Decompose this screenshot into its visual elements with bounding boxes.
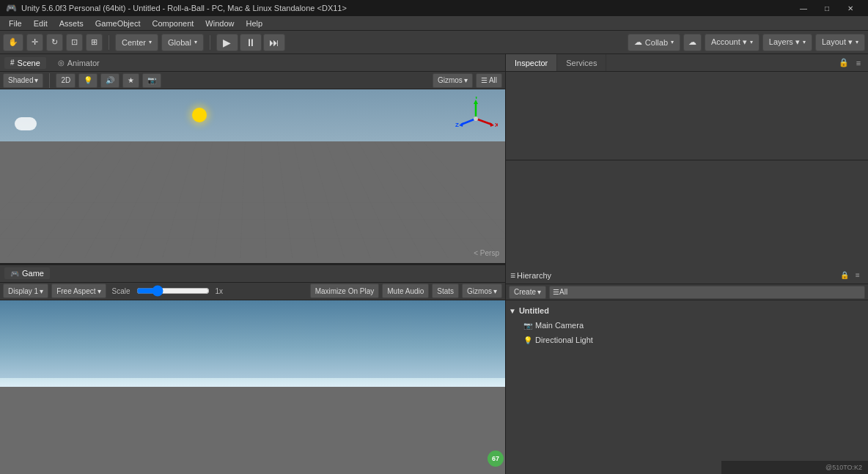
scene-cloud — [15, 117, 37, 130]
svg-text:Y: Y — [474, 97, 479, 100]
scene-sep-1 — [49, 73, 50, 88]
hand-icon: ✋ — [8, 37, 18, 47]
collab-label: Collab — [645, 38, 668, 47]
scene-tab-label: Scene — [18, 59, 40, 67]
svg-line-2 — [476, 119, 492, 125]
pause-button[interactable]: ⏸ — [240, 34, 262, 51]
move-tool[interactable]: ✛ — [26, 34, 43, 51]
menu-gameobject[interactable]: GameObject — [89, 18, 147, 29]
all-tag-label: All — [489, 76, 497, 84]
window-controls: — □ ✕ — [792, 0, 862, 16]
lock-icon[interactable]: 🔒 — [837, 56, 850, 70]
scene-persp-label: < Persp — [474, 249, 499, 257]
aspect-dropdown[interactable]: Free Aspect ▾ — [51, 284, 106, 298]
audio-button[interactable]: 🔊 — [100, 73, 119, 88]
mute-audio-label: Mute Audio — [387, 287, 424, 295]
camera-button[interactable]: 📷 — [142, 73, 161, 88]
scene-view[interactable]: Y X Z < Persp — [0, 89, 505, 263]
game-tab[interactable]: 🎮 Game — [4, 267, 50, 279]
scale-label: Scale — [112, 287, 130, 295]
services-tab[interactable]: Services — [557, 54, 606, 71]
rotate-tool[interactable]: ↻ — [46, 34, 63, 51]
game-gizmos-button[interactable]: Gizmos ▾ — [462, 284, 502, 298]
hierarchy-search-input[interactable] — [549, 286, 865, 299]
lighting-button[interactable]: 💡 — [78, 73, 98, 88]
maximize-button[interactable]: □ — [815, 0, 839, 16]
shading-dropdown[interactable]: Shaded ▾ — [3, 73, 43, 88]
all-tag-button[interactable]: ☰ All — [476, 73, 502, 88]
scale-slider[interactable] — [136, 285, 210, 297]
hierarchy-lock-icon[interactable]: 🔒 — [839, 270, 850, 281]
collab-button[interactable]: ☁ Collab ▾ — [628, 34, 680, 51]
play-button[interactable]: ▶ — [216, 34, 238, 51]
pivot-label: Center — [122, 38, 146, 47]
layers-button[interactable]: Layers ▾ ▾ — [762, 34, 812, 51]
game-tab-icon: 🎮 — [10, 270, 19, 278]
minimize-button[interactable]: — — [792, 0, 815, 16]
menu-window[interactable]: Window — [199, 18, 240, 29]
maximize-on-play-label: Maximize On Play — [315, 287, 375, 295]
mute-audio-button[interactable]: Mute Audio — [382, 284, 429, 298]
game-ground — [0, 387, 505, 474]
inspector-icons: 🔒 ≡ — [837, 56, 868, 70]
menu-help[interactable]: Help — [240, 18, 268, 29]
layers-label: Layers ▾ — [769, 37, 800, 47]
hierarchy-create-button[interactable]: Create ▾ — [509, 286, 546, 299]
space-label: Global — [168, 38, 191, 47]
menu-bar: File Edit Assets GameObject Component Wi… — [0, 16, 868, 31]
rotate-icon: ↻ — [51, 37, 58, 47]
game-gizmos-arrow-icon: ▾ — [493, 287, 497, 295]
inspector-tab-label: Inspector — [515, 59, 548, 67]
layout-arrow-icon: ▾ — [856, 39, 858, 45]
menu-component[interactable]: Component — [146, 18, 199, 29]
gizmos-label: Gizmos — [438, 76, 463, 84]
status-bar: @510TO:K2 — [721, 461, 868, 474]
rect-tool[interactable]: ⊞ — [86, 34, 103, 51]
svg-point-6 — [474, 116, 478, 121]
gizmos-button[interactable]: Gizmos ▾ — [433, 73, 473, 88]
display-dropdown[interactable]: Display 1 ▾ — [3, 284, 48, 298]
animator-tab[interactable]: ◎ Animator — [52, 57, 106, 69]
main-layout: # Scene ◎ Animator Shaded ▾ 2D 💡 — [0, 54, 868, 474]
hierarchy-directional-light[interactable]: 💡 Directional Light — [506, 333, 868, 347]
game-tab-label: Game — [22, 269, 44, 278]
svg-text:X: X — [495, 122, 498, 128]
stats-button[interactable]: Stats — [432, 284, 459, 298]
inspector-body — [506, 72, 868, 160]
scale-tool[interactable]: ⊡ — [66, 34, 83, 51]
account-arrow-icon: ▾ — [750, 39, 753, 45]
hand-tool[interactable]: ✋ — [3, 34, 23, 51]
cloud-icon: ☁ — [634, 37, 642, 47]
directional-light-label: Directional Light — [535, 336, 593, 344]
hierarchy-toolbar: Create ▾ — [506, 284, 868, 300]
separator-1 — [108, 35, 109, 50]
inspector-tab[interactable]: Inspector — [506, 54, 557, 71]
scene-tab[interactable]: # Scene — [4, 57, 46, 69]
pivot-button[interactable]: Center ▾ — [115, 34, 158, 51]
maximize-on-play-button[interactable]: Maximize On Play — [310, 284, 380, 298]
animator-tab-icon: ◎ — [58, 59, 65, 67]
menu-file[interactable]: File — [3, 18, 28, 29]
menu-edit[interactable]: Edit — [28, 18, 54, 29]
toolbar-right: ☁ Collab ▾ ☁ Account ▾ ▾ Layers ▾ ▾ Layo… — [628, 34, 865, 51]
game-view[interactable]: 67 — [0, 300, 505, 475]
step-button[interactable]: ⏭ — [263, 34, 285, 51]
hierarchy-menu-icon[interactable]: ≡ — [852, 270, 864, 281]
account-button[interactable]: Account ▾ ▾ — [705, 34, 760, 51]
hierarchy-header: ≡ Hierarchy 🔒 ≡ — [506, 267, 868, 284]
gizmos-arrow-icon: ▾ — [464, 76, 468, 84]
effects-button[interactable]: ★ — [122, 73, 139, 88]
2d-button[interactable]: 2D — [56, 73, 76, 88]
hierarchy-main-camera[interactable]: 📷 Main Camera — [506, 318, 868, 333]
space-button[interactable]: Global ▾ — [161, 34, 204, 51]
camera-icon: 📷 — [147, 76, 156, 84]
scene-tab-icon: # — [10, 59, 15, 67]
hierarchy-scene-root[interactable]: ▼ Untitled — [506, 303, 868, 318]
layout-button[interactable]: Layout ▾ ▾ — [815, 34, 865, 51]
toolbar: ✋ ✛ ↻ ⊡ ⊞ Center ▾ Global ▾ ▶ ⏸ ⏭ ☁ Coll… — [0, 31, 868, 54]
cloud-service-button[interactable]: ☁ — [683, 34, 702, 51]
inspector-menu-icon[interactable]: ≡ — [852, 56, 865, 70]
close-button[interactable]: ✕ — [839, 0, 862, 16]
menu-assets[interactable]: Assets — [54, 18, 89, 29]
display-arrow-icon: ▾ — [40, 287, 43, 295]
